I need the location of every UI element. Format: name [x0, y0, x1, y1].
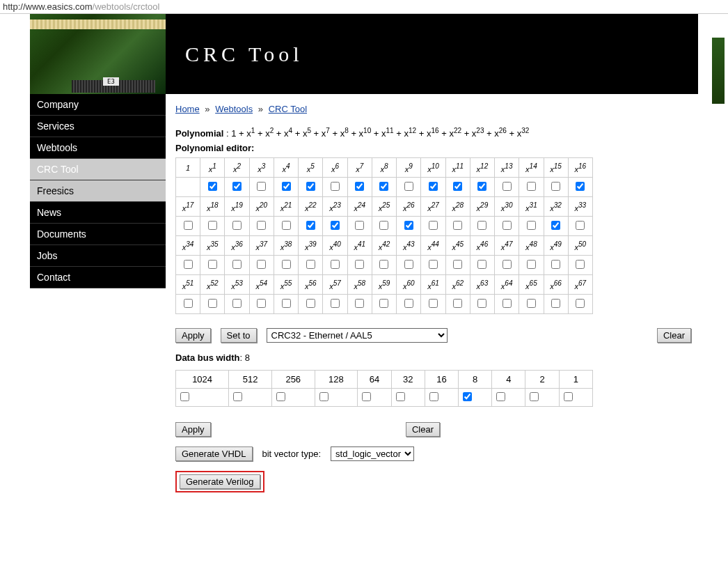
bus-width-checkbox-4[interactable] — [496, 392, 505, 401]
set-to-button[interactable]: Set to — [221, 328, 257, 343]
poly-term-checkbox-37[interactable] — [257, 260, 266, 269]
poly-term-checkbox-14[interactable] — [527, 182, 536, 191]
poly-term-checkbox-38[interactable] — [282, 260, 291, 269]
poly-term-checkbox-8[interactable] — [379, 182, 388, 191]
poly-term-checkbox-7[interactable] — [355, 182, 364, 191]
poly-term-checkbox-45[interactable] — [453, 260, 462, 269]
poly-term-checkbox-11[interactable] — [453, 182, 462, 191]
bus-width-checkbox-32[interactable] — [396, 392, 405, 401]
poly-term-checkbox-22[interactable] — [306, 221, 315, 230]
poly-term-checkbox-25[interactable] — [379, 221, 388, 230]
poly-term-checkbox-13[interactable] — [503, 182, 512, 191]
poly-term-checkbox-35[interactable] — [208, 260, 217, 269]
poly-term-checkbox-50[interactable] — [576, 260, 585, 269]
sidebar-item-news[interactable]: News — [30, 202, 166, 224]
generate-vhdl-button[interactable]: Generate VHDL — [175, 446, 253, 461]
poly-term-checkbox-1[interactable] — [208, 182, 217, 191]
bus-width-checkbox-1[interactable] — [564, 392, 573, 401]
poly-term-checkbox-3[interactable] — [257, 182, 266, 191]
poly-term-checkbox-57[interactable] — [331, 299, 340, 308]
poly-term-checkbox-42[interactable] — [379, 260, 388, 269]
poly-term-checkbox-26[interactable] — [404, 221, 413, 230]
poly-term-checkbox-12[interactable] — [477, 182, 486, 191]
poly-term-checkbox-51[interactable] — [184, 299, 193, 308]
poly-term-checkbox-53[interactable] — [232, 299, 242, 308]
poly-term-checkbox-16[interactable] — [576, 182, 585, 191]
apply-bus-button[interactable]: Apply — [175, 422, 211, 437]
bus-width-checkbox-1024[interactable] — [180, 392, 189, 401]
breadcrumb-home[interactable]: Home — [175, 104, 200, 114]
poly-term-checkbox-63[interactable] — [477, 299, 486, 308]
sidebar-item-contact[interactable]: Contact — [30, 267, 166, 288]
bus-width-checkbox-512[interactable] — [233, 392, 242, 401]
poly-term-checkbox-49[interactable] — [551, 260, 560, 269]
poly-term-checkbox-65[interactable] — [527, 299, 536, 308]
poly-term-checkbox-27[interactable] — [429, 221, 438, 230]
poly-term-checkbox-6[interactable] — [331, 182, 340, 191]
poly-term-label-13: x13 — [495, 158, 519, 178]
bit-vector-type-select[interactable]: std_logic_vector — [331, 446, 414, 461]
poly-term-checkbox-28[interactable] — [453, 221, 462, 230]
poly-term-checkbox-41[interactable] — [355, 260, 364, 269]
poly-term-checkbox-18[interactable] — [208, 221, 217, 230]
poly-term-checkbox-33[interactable] — [576, 221, 585, 230]
poly-term-checkbox-20[interactable] — [257, 221, 266, 230]
apply-polynomial-button[interactable]: Apply — [175, 328, 211, 343]
bus-width-checkbox-8[interactable] — [463, 392, 472, 401]
poly-term-checkbox-31[interactable] — [527, 221, 536, 230]
bus-width-checkbox-16[interactable] — [429, 392, 438, 401]
poly-term-checkbox-56[interactable] — [306, 299, 315, 308]
poly-term-checkbox-64[interactable] — [503, 299, 512, 308]
poly-term-checkbox-2[interactable] — [232, 182, 242, 191]
sidebar-item-company[interactable]: Company — [30, 94, 166, 116]
polynomial-preset-select[interactable]: CRC32 - Ethernet / AAL5 — [267, 328, 448, 343]
bus-width-checkbox-2[interactable] — [530, 392, 539, 401]
poly-term-checkbox-36[interactable] — [232, 260, 242, 269]
poly-term-checkbox-9[interactable] — [404, 182, 413, 191]
poly-term-checkbox-48[interactable] — [527, 260, 536, 269]
poly-term-checkbox-30[interactable] — [503, 221, 512, 230]
sidebar-item-documents[interactable]: Documents — [30, 224, 166, 245]
poly-term-checkbox-62[interactable] — [453, 299, 462, 308]
generate-verilog-button[interactable]: Generate Verilog — [180, 474, 260, 489]
bus-width-checkbox-64[interactable] — [362, 392, 371, 401]
poly-term-checkbox-43[interactable] — [404, 260, 413, 269]
url-bar[interactable]: http://www.easics.com/webtools/crctool — [0, 0, 728, 14]
bus-width-checkbox-256[interactable] — [276, 392, 285, 401]
poly-term-checkbox-17[interactable] — [184, 221, 193, 230]
breadcrumb-webtools[interactable]: Webtools — [215, 104, 253, 114]
poly-term-checkbox-21[interactable] — [282, 221, 291, 230]
poly-term-checkbox-55[interactable] — [282, 299, 291, 308]
poly-term-checkbox-54[interactable] — [257, 299, 266, 308]
clear-bus-button[interactable]: Clear — [406, 422, 440, 437]
poly-term-checkbox-24[interactable] — [355, 221, 364, 230]
poly-term-checkbox-23[interactable] — [331, 221, 340, 230]
poly-term-checkbox-61[interactable] — [429, 299, 438, 308]
poly-term-checkbox-29[interactable] — [477, 221, 486, 230]
clear-polynomial-button[interactable]: Clear — [657, 328, 691, 343]
poly-term-checkbox-52[interactable] — [208, 299, 217, 308]
poly-term-checkbox-66[interactable] — [551, 299, 560, 308]
poly-term-checkbox-60[interactable] — [404, 299, 413, 308]
poly-term-checkbox-19[interactable] — [232, 221, 242, 230]
poly-term-checkbox-40[interactable] — [331, 260, 340, 269]
bus-width-checkbox-128[interactable] — [319, 392, 329, 401]
poly-term-checkbox-10[interactable] — [429, 182, 438, 191]
poly-term-checkbox-32[interactable] — [551, 221, 560, 230]
poly-term-checkbox-58[interactable] — [355, 299, 364, 308]
sidebar-item-services[interactable]: Services — [30, 116, 166, 137]
sidebar-item-freesics[interactable]: Freesics — [30, 180, 166, 202]
poly-term-checkbox-67[interactable] — [576, 299, 585, 308]
poly-term-checkbox-15[interactable] — [551, 182, 560, 191]
poly-term-checkbox-47[interactable] — [503, 260, 512, 269]
sidebar-item-webtools[interactable]: Webtools — [30, 137, 166, 159]
poly-term-checkbox-4[interactable] — [282, 182, 291, 191]
poly-term-checkbox-39[interactable] — [306, 260, 315, 269]
poly-term-checkbox-5[interactable] — [306, 182, 315, 191]
sidebar-item-jobs[interactable]: Jobs — [30, 245, 166, 267]
poly-term-checkbox-46[interactable] — [477, 260, 486, 269]
poly-term-checkbox-59[interactable] — [379, 299, 388, 308]
poly-term-checkbox-44[interactable] — [429, 260, 438, 269]
sidebar-item-crc-tool[interactable]: CRC Tool — [30, 159, 166, 180]
poly-term-checkbox-34[interactable] — [184, 260, 193, 269]
